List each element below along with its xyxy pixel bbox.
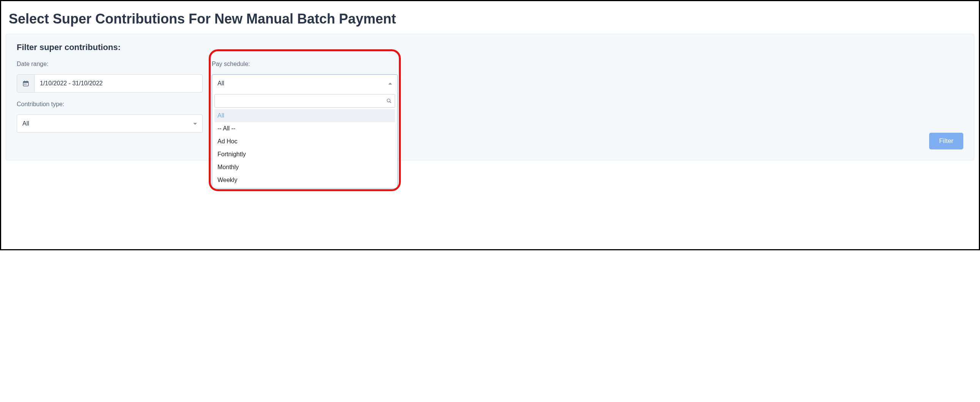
pay-schedule-dropdown: All -- All -- Ad Hoc Fortnightly Monthly… (212, 92, 398, 188)
pay-schedule-option[interactable]: All (215, 109, 395, 122)
page-title: Select Super Contributions For New Manua… (6, 4, 974, 34)
pay-schedule-option[interactable]: Monthly (215, 161, 395, 174)
contribution-type-value: All (22, 120, 29, 127)
svg-point-6 (387, 99, 390, 102)
date-range-label: Date range: (17, 61, 203, 68)
date-range-input[interactable] (35, 75, 202, 92)
contribution-type-label: Contribution type: (17, 101, 203, 108)
pay-schedule-search[interactable] (215, 94, 395, 108)
pay-schedule-value: All (218, 80, 224, 87)
pay-schedule-option[interactable]: Ad Hoc (215, 135, 395, 148)
svg-line-7 (390, 101, 391, 103)
calendar-icon[interactable] (17, 75, 35, 92)
filter-button[interactable]: Filter (929, 133, 963, 149)
search-icon (387, 98, 392, 103)
pay-schedule-option[interactable]: Weekly (215, 174, 395, 187)
date-range-input-wrap[interactable] (17, 74, 203, 93)
chevron-down-icon (193, 123, 197, 125)
pay-schedule-select[interactable]: All (212, 74, 398, 93)
filter-heading: Filter super contributions: (17, 43, 963, 52)
svg-rect-5 (25, 84, 26, 85)
contribution-type-select[interactable]: All (17, 114, 203, 133)
svg-rect-4 (24, 84, 25, 85)
pay-schedule-option[interactable]: -- All -- (215, 122, 395, 135)
svg-rect-1 (23, 82, 29, 83)
pay-schedule-option[interactable]: Fortnightly (215, 148, 395, 161)
pay-schedule-search-input[interactable] (218, 98, 387, 104)
chevron-up-icon (388, 83, 392, 85)
filter-panel: Filter super contributions: Date range: (6, 34, 974, 160)
pay-schedule-label: Pay schedule: (212, 61, 398, 68)
